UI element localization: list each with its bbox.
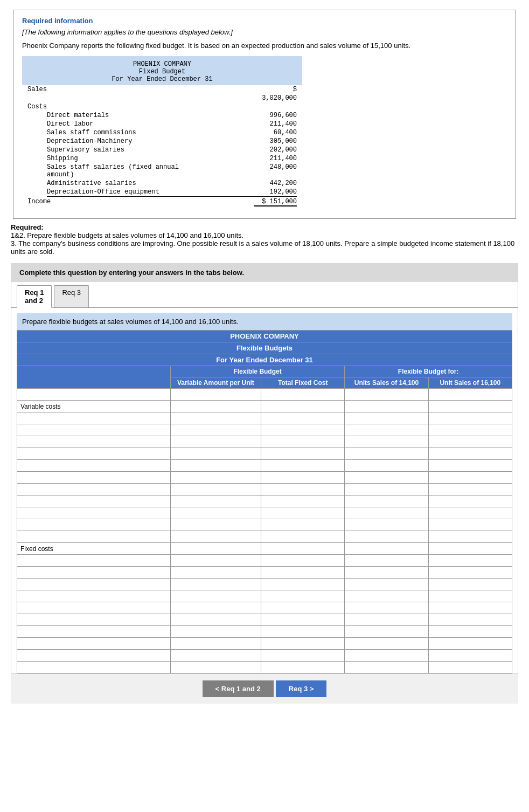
input-fix8-fixed[interactable] [264,639,341,648]
input-fix1-fixed[interactable] [264,556,341,565]
table-row-fix3[interactable] [17,579,512,590]
input-fix3-fixed[interactable] [264,580,341,588]
input-fix5-14100[interactable] [348,604,424,612]
input-fix3-14100[interactable] [348,580,424,588]
input-var3-label[interactable] [20,438,167,446]
next-button[interactable]: Req 3 > [276,680,327,697]
tab-req1and2[interactable]: Req 1and 2 [17,285,52,308]
input-fix10-16100[interactable] [432,663,509,671]
table-row-var4[interactable] [17,448,512,460]
input-fix1-14100[interactable] [348,556,424,565]
input-fix4-fixed[interactable] [264,592,341,600]
input-var1-16100[interactable] [432,414,509,422]
input-fix7-fixed[interactable] [264,628,341,636]
table-row-var7[interactable] [17,484,512,496]
input-fix9-label[interactable] [20,651,167,659]
input-fix2-label[interactable] [20,568,167,576]
table-row-fix9[interactable] [17,650,512,662]
input-fix8-label[interactable] [20,639,167,648]
input-var5-14100[interactable] [348,462,424,470]
table-row-fix7[interactable] [17,626,512,638]
input-fix5-amount[interactable] [174,604,257,612]
input-var10-label[interactable] [20,521,167,529]
input-fix4-label[interactable] [20,592,167,600]
table-row-fix6[interactable] [17,614,512,626]
input-var7-16100[interactable] [432,485,509,493]
input-var10-16100[interactable] [432,521,509,529]
table-row-var5[interactable] [17,460,512,472]
input-var7-amount[interactable] [174,485,257,493]
input-fix2-16100[interactable] [432,568,509,576]
input-fix6-fixed[interactable] [264,616,341,624]
input-var3-fixed[interactable] [264,438,341,446]
input-var4-label[interactable] [20,450,167,458]
input-var9-16100[interactable] [432,509,509,517]
input-fix3-amount[interactable] [174,580,257,588]
input-fix1-amount[interactable] [174,556,257,565]
input-var4-14100[interactable] [348,450,424,458]
input-fix10-label[interactable] [20,663,167,671]
table-row-var3[interactable] [17,436,512,448]
input-var7-14100[interactable] [348,485,424,493]
input-fix5-label[interactable] [20,604,167,612]
input-var9-14100[interactable] [348,509,424,517]
input-var4-amount[interactable] [174,450,257,458]
input-var7-label[interactable] [20,485,167,493]
input-fix9-14100[interactable] [348,651,424,659]
input-var3-16100[interactable] [432,438,509,446]
input-var6-14100[interactable] [348,473,424,481]
input-var9-amount[interactable] [174,509,257,517]
input-var1-amount[interactable] [174,414,257,422]
input-var2-label[interactable] [20,426,167,434]
table-row-fix2[interactable] [17,567,512,579]
input-fix4-14100[interactable] [348,592,424,600]
input-fix2-fixed[interactable] [264,568,341,576]
input-fix9-16100[interactable] [432,651,509,659]
input-var8-fixed[interactable] [264,497,341,505]
input-fix8-14100[interactable] [348,639,424,648]
table-row-fix4[interactable] [17,590,512,602]
table-row-var1[interactable] [17,412,512,424]
input-fix5-16100[interactable] [432,604,509,612]
input-var2-fixed[interactable] [264,426,341,434]
input-var2-amount[interactable] [174,426,257,434]
tab-req3[interactable]: Req 3 [54,285,89,307]
table-row-var8[interactable] [17,496,512,507]
input-var5-fixed[interactable] [264,462,341,470]
input-var6-amount[interactable] [174,473,257,481]
input-fix2-14100[interactable] [348,568,424,576]
input-fix7-14100[interactable] [348,628,424,636]
input-var5-label[interactable] [20,462,167,470]
input-var4-fixed[interactable] [264,450,341,458]
input-fix7-label[interactable] [20,628,167,636]
input-var6-16100[interactable] [432,473,509,481]
table-row-fix1[interactable] [17,555,512,567]
input-var7-fixed[interactable] [264,485,341,493]
input-fix6-16100[interactable] [432,616,509,624]
table-row-var10[interactable] [17,519,512,531]
input-var1-fixed[interactable] [264,414,341,422]
input-var8-14100[interactable] [348,497,424,505]
input-fix10-amount[interactable] [174,663,257,671]
table-row-var6[interactable] [17,472,512,484]
input-var4-16100[interactable] [432,450,509,458]
input-var8-label[interactable] [20,497,167,505]
input-fix1-label[interactable] [20,556,167,565]
input-fix7-16100[interactable] [432,628,509,636]
input-fix4-amount[interactable] [174,592,257,600]
input-var9-fixed[interactable] [264,509,341,517]
input-fix3-label[interactable] [20,580,167,588]
input-var5-16100[interactable] [432,462,509,470]
input-var8-16100[interactable] [432,497,509,505]
input-fix3-16100[interactable] [432,580,509,588]
input-fix10-14100[interactable] [348,663,424,671]
input-fix1-16100[interactable] [432,556,509,565]
input-var1-label[interactable] [20,414,167,422]
input-fix6-amount[interactable] [174,616,257,624]
input-var9-label[interactable] [20,509,167,517]
input-fix4-16100[interactable] [432,592,509,600]
input-var2-16100[interactable] [432,426,509,434]
input-var10-fixed[interactable] [264,521,341,529]
table-row-fix8[interactable] [17,638,512,650]
input-var10-14100[interactable] [348,521,424,529]
